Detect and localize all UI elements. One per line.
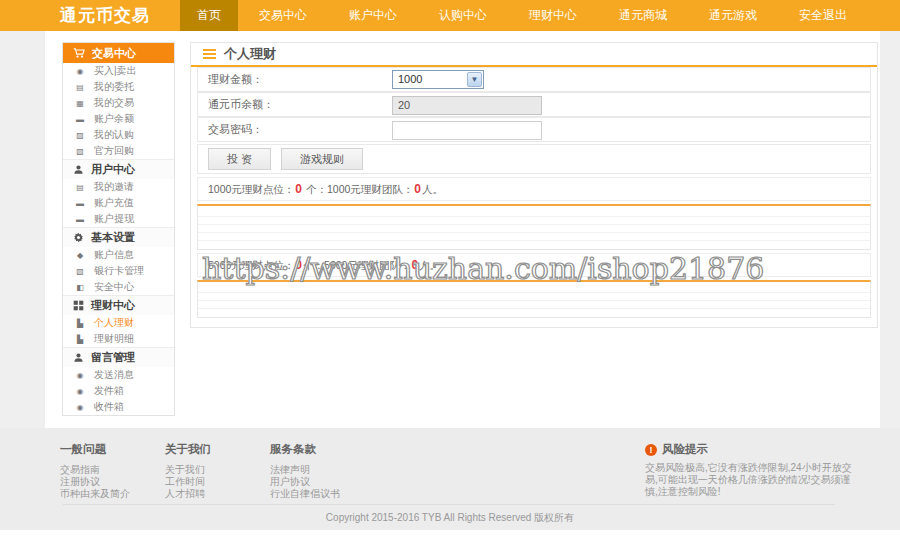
- sidebar-section-title: 用户中心: [91, 162, 135, 177]
- game-rules-button[interactable]: 游戏规则: [281, 148, 363, 170]
- sidebar-item-bank-cards[interactable]: ▧银行卡管理: [63, 263, 174, 279]
- nav-account-center[interactable]: 账户中心: [328, 0, 418, 31]
- document-icon: ▤: [74, 183, 86, 192]
- footer-link-user-agreement[interactable]: 用户协议: [270, 476, 340, 487]
- user-icon: [73, 164, 84, 175]
- sidebar-section-title: 理财中心: [91, 298, 135, 313]
- stats-text: 人。: [422, 183, 443, 195]
- lock-icon: ◧: [74, 283, 86, 292]
- finance-table-1000: [197, 204, 871, 250]
- page-title: 个人理财: [224, 45, 276, 63]
- form-row-password: 交易密码：: [197, 117, 871, 142]
- amount-label: 理财金额：: [208, 68, 263, 91]
- footer-link-working-hours[interactable]: 工作时间: [165, 476, 211, 487]
- nav-finance-center[interactable]: 理财中心: [508, 0, 598, 31]
- sidebar-item-security-center[interactable]: ◧安全中心: [63, 279, 174, 295]
- nav-subscription-center[interactable]: 认购中心: [418, 0, 508, 31]
- card-icon: ▬: [74, 199, 86, 208]
- footer-col-title: 一般问题: [60, 442, 130, 457]
- inbox-icon: ◉: [74, 403, 86, 412]
- card-icon: ▬: [74, 115, 86, 124]
- sidebar-item-label: 账户提现: [94, 212, 134, 226]
- sidebar-item-label: 发件箱: [94, 384, 124, 398]
- sidebar-item-account-info[interactable]: ◆账户信息: [63, 247, 174, 263]
- sidebar-item-label: 发送消息: [94, 368, 134, 382]
- footer-col-title: 服务条款: [270, 442, 340, 457]
- sidebar-item-my-orders[interactable]: ▤我的委托: [63, 79, 174, 95]
- sidebar-section-basic-settings[interactable]: 基本设置: [63, 227, 174, 247]
- transaction-password-input[interactable]: [392, 121, 542, 140]
- bar-chart-icon: ▙: [74, 335, 86, 344]
- risk-text: 交易风险极高,它没有涨跌停限制,24小时开放交易,可能出现一天价格几倍涨跌的情况…: [645, 462, 863, 498]
- sidebar-section-finance-center[interactable]: 理财中心: [63, 295, 174, 315]
- footer-link-trading-guide[interactable]: 交易指南: [60, 464, 130, 475]
- table-row: [198, 293, 870, 301]
- sidebar-section-title: 留言管理: [91, 350, 135, 365]
- sidebar-section-title: 交易中心: [92, 46, 136, 61]
- menu-icon: [203, 49, 216, 59]
- sidebar-item-send-message[interactable]: ◉发送消息: [63, 367, 174, 383]
- button-row: 投 资 游戏规则: [197, 144, 871, 174]
- nav-games[interactable]: 通元游戏: [688, 0, 778, 31]
- document-icon: ▤: [74, 83, 86, 92]
- password-label: 交易密码：: [208, 118, 263, 141]
- watermark: https://www.huzhan.com/ishop21876: [202, 251, 764, 286]
- footer-link-about-us[interactable]: 关于我们: [165, 464, 211, 475]
- table-row: [198, 309, 870, 317]
- footer-link-registration-agreement[interactable]: 注册协议: [60, 476, 130, 487]
- person-icon: ◆: [74, 251, 86, 260]
- nav-trade-center[interactable]: 交易中心: [238, 0, 328, 31]
- stats-count: 0: [413, 182, 422, 196]
- sidebar-item-account-balance[interactable]: ▬账户余额: [63, 111, 174, 127]
- card-icon: ▬: [74, 215, 86, 224]
- sidebar-section-user-center[interactable]: 用户中心: [63, 159, 174, 179]
- bar-chart-icon: ▙: [74, 319, 86, 328]
- sidebar-item-my-subscription[interactable]: ▨我的认购: [63, 127, 174, 143]
- alert-icon: !: [645, 444, 657, 456]
- sidebar-item-inbox[interactable]: ◉收件箱: [63, 399, 174, 415]
- finance-stats-1000: 1000元理财点位：0 个：1000元理财团队：0人。: [197, 177, 871, 201]
- sidebar-item-personal-finance[interactable]: ▙个人理财: [63, 315, 174, 331]
- sidebar-item-finance-details[interactable]: ▙理财明细: [63, 331, 174, 347]
- sidebar-item-my-invitation[interactable]: ▤我的邀请: [63, 179, 174, 195]
- form-row-balance: 通元币余额：: [197, 92, 871, 117]
- sidebar-item-outbox[interactable]: ◉发件箱: [63, 383, 174, 399]
- footer-link-coin-intro[interactable]: 币种由来及简介: [60, 488, 130, 499]
- table-row: [198, 217, 870, 225]
- sidebar-section-message-management[interactable]: 留言管理: [63, 347, 174, 367]
- footer-col-general: 一般问题 交易指南 注册协议 币种由来及简介: [60, 442, 130, 500]
- amount-select[interactable]: 1000 ▼: [392, 70, 484, 89]
- sidebar-item-label: 个人理财: [94, 316, 134, 330]
- grid-icon: [73, 300, 84, 311]
- table-row: [198, 301, 870, 309]
- sidebar-item-withdraw[interactable]: ▬账户提现: [63, 211, 174, 227]
- sidebar-item-buy-sell[interactable]: ◉买入|卖出: [63, 63, 174, 79]
- nav-mall[interactable]: 通元商城: [598, 0, 688, 31]
- main-nav: 首页 交易中心 账户中心 认购中心 理财中心 通元商城 通元游戏 安全退出: [180, 0, 868, 31]
- footer-col-title: 关于我们: [165, 442, 211, 457]
- form-row-amount: 理财金额： 1000 ▼: [197, 67, 871, 92]
- amount-select-value: 1000: [398, 73, 422, 85]
- invest-button[interactable]: 投 资: [208, 148, 271, 170]
- chevron-down-icon[interactable]: ▼: [467, 72, 482, 87]
- nav-home[interactable]: 首页: [180, 0, 238, 31]
- footer-divider: [63, 504, 835, 505]
- message-icon: ◉: [74, 371, 86, 380]
- sidebar-item-label: 安全中心: [94, 280, 134, 294]
- gear-icon: [73, 232, 84, 243]
- sidebar-item-label: 银行卡管理: [94, 264, 144, 278]
- sidebar: 交易中心 ◉买入|卖出 ▤我的委托 ▦我的交易 ▬账户余额 ▨我的认购 ▧官方回…: [62, 42, 175, 416]
- risk-notice: ! 风险提示 交易风险极高,它没有涨跌停限制,24小时开放交易,可能出现一天价格…: [645, 442, 863, 498]
- sidebar-item-my-trades[interactable]: ▦我的交易: [63, 95, 174, 111]
- sidebar-item-official-buyback[interactable]: ▧官方回购: [63, 143, 174, 159]
- sidebar-item-recharge[interactable]: ▬账户充值: [63, 195, 174, 211]
- copyright: Copyright 2015-2016 TYB All Rights Reser…: [0, 511, 900, 525]
- sidebar-section-trade-center[interactable]: 交易中心: [63, 43, 174, 63]
- footer-link-self-discipline[interactable]: 行业自律倡议书: [270, 488, 340, 499]
- nav-logout[interactable]: 安全退出: [778, 0, 868, 31]
- table-row: [198, 206, 870, 217]
- table-row: [198, 241, 870, 249]
- table-row: [198, 225, 870, 233]
- footer-link-legal-statement[interactable]: 法律声明: [270, 464, 340, 475]
- footer-link-recruitment[interactable]: 人才招聘: [165, 488, 211, 499]
